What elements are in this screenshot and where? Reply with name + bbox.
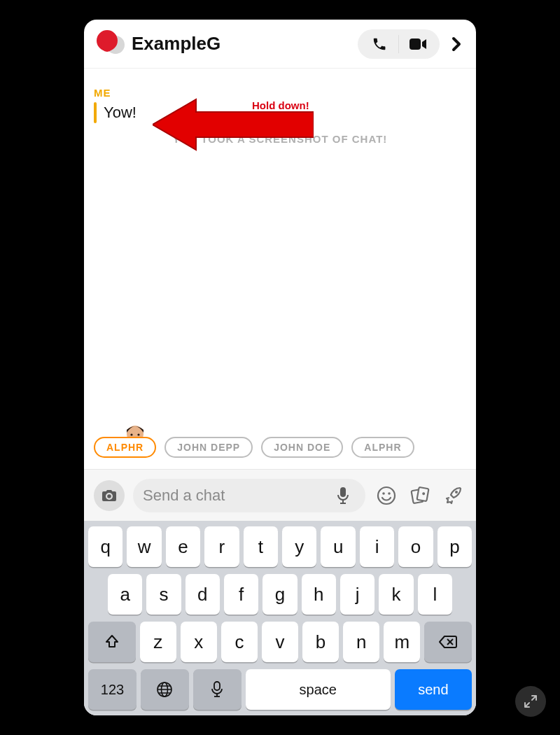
video-icon — [409, 37, 427, 51]
chat-text-input[interactable]: Send a chat — [133, 479, 365, 512]
svg-point-11 — [388, 492, 391, 495]
keyboard-row-3: z x c v b n m — [88, 622, 472, 662]
mention-pill[interactable]: JOHN DOE — [261, 437, 343, 458]
key-send[interactable]: send — [395, 669, 472, 710]
message-row[interactable]: Yow! — [94, 102, 136, 123]
key-space[interactable]: space — [246, 669, 391, 710]
mention-pill[interactable]: ALPHR — [351, 437, 414, 458]
phone-frame: ExampleG ME Yow! YOU TOOK A SCREENSHOT O… — [84, 20, 476, 715]
svg-point-9 — [378, 487, 395, 504]
key-v[interactable]: v — [262, 622, 298, 662]
camera-icon — [102, 489, 117, 503]
key-d[interactable]: d — [186, 574, 220, 615]
key-o[interactable]: o — [398, 526, 433, 567]
keyboard: q w e r t y u i o p a s d f g h j k l z — [84, 521, 476, 715]
key-e[interactable]: e — [166, 526, 200, 567]
group-avatar[interactable] — [97, 30, 125, 58]
video-call-button[interactable] — [399, 31, 437, 57]
key-dictation[interactable] — [193, 669, 241, 710]
message-accent-bar — [94, 102, 97, 123]
call-buttons-group — [358, 29, 440, 59]
camera-button[interactable] — [94, 480, 125, 511]
key-n[interactable]: n — [343, 622, 379, 662]
mention-pill[interactable]: JOHN DEPP — [164, 437, 253, 458]
shift-icon — [104, 634, 120, 650]
annotation-label: Hold down! — [252, 99, 309, 111]
key-j[interactable]: j — [340, 574, 374, 615]
svg-rect-23 — [214, 682, 220, 690]
smiley-icon — [377, 486, 396, 505]
key-r[interactable]: r — [204, 526, 239, 567]
key-g[interactable]: g — [262, 574, 297, 615]
key-c[interactable]: c — [221, 622, 258, 662]
chat-input-placeholder: Send a chat — [143, 486, 330, 505]
annotation-arrow — [153, 97, 314, 160]
keyboard-row-1: q w e r t y u i o p — [88, 526, 472, 567]
svg-point-15 — [455, 491, 458, 493]
mic-button[interactable] — [330, 483, 356, 508]
collapse-icon — [523, 694, 538, 709]
system-message: YOU TOOK A SCREENSHOT OF CHAT! — [84, 133, 476, 145]
key-b[interactable]: b — [302, 622, 339, 662]
keyboard-row-2: a s d f g h j k l — [88, 574, 472, 615]
mention-pill[interactable]: ALPHR — [94, 437, 156, 458]
audio-call-button[interactable] — [360, 31, 398, 57]
cards-icon — [410, 486, 430, 505]
key-globe[interactable] — [141, 669, 189, 710]
key-i[interactable]: i — [360, 526, 394, 567]
key-123[interactable]: 123 — [88, 669, 136, 710]
key-f[interactable]: f — [224, 574, 258, 615]
chat-header: ExampleG — [84, 20, 476, 69]
svg-point-10 — [382, 492, 385, 495]
mention-suggestions: ALPHR JOHN DEPP JOHN DOE ALPHR — [91, 434, 476, 462]
key-a[interactable]: a — [108, 574, 142, 615]
key-shift[interactable] — [88, 622, 136, 662]
key-z[interactable]: z — [140, 622, 176, 662]
cards-button[interactable] — [407, 483, 433, 508]
key-t[interactable]: t — [244, 526, 278, 567]
key-k[interactable]: k — [379, 574, 413, 615]
key-w[interactable]: w — [127, 526, 161, 567]
microphone-icon — [337, 486, 349, 505]
key-h[interactable]: h — [302, 574, 336, 615]
key-backspace[interactable] — [424, 622, 472, 662]
chat-body: ME Yow! YOU TOOK A SCREENSHOT OF CHAT! H… — [84, 69, 476, 469]
collapse-button[interactable] — [515, 686, 546, 717]
microphone-icon — [211, 681, 223, 698]
svg-rect-0 — [410, 38, 421, 50]
key-l[interactable]: l — [418, 574, 452, 615]
sender-label: ME — [94, 87, 111, 99]
key-m[interactable]: m — [384, 622, 420, 662]
rocket-button[interactable] — [441, 483, 466, 508]
rocket-icon — [443, 486, 464, 505]
chat-settings-button[interactable] — [447, 29, 466, 59]
svg-rect-6 — [340, 487, 346, 497]
message-text: Yow! — [104, 104, 136, 122]
chevron-right-icon — [451, 36, 461, 52]
chat-title[interactable]: ExampleG — [132, 33, 358, 55]
key-q[interactable]: q — [88, 526, 122, 567]
key-s[interactable]: s — [146, 574, 181, 615]
chat-input-bar: Send a chat — [84, 469, 476, 521]
key-u[interactable]: u — [321, 526, 355, 567]
keyboard-row-4: 123 space send — [88, 669, 472, 710]
globe-icon — [156, 681, 173, 698]
emoji-button[interactable] — [374, 483, 399, 508]
key-y[interactable]: y — [282, 526, 316, 567]
key-p[interactable]: p — [438, 526, 472, 567]
backspace-icon — [438, 635, 458, 649]
phone-icon — [372, 36, 387, 52]
key-x[interactable]: x — [181, 622, 217, 662]
